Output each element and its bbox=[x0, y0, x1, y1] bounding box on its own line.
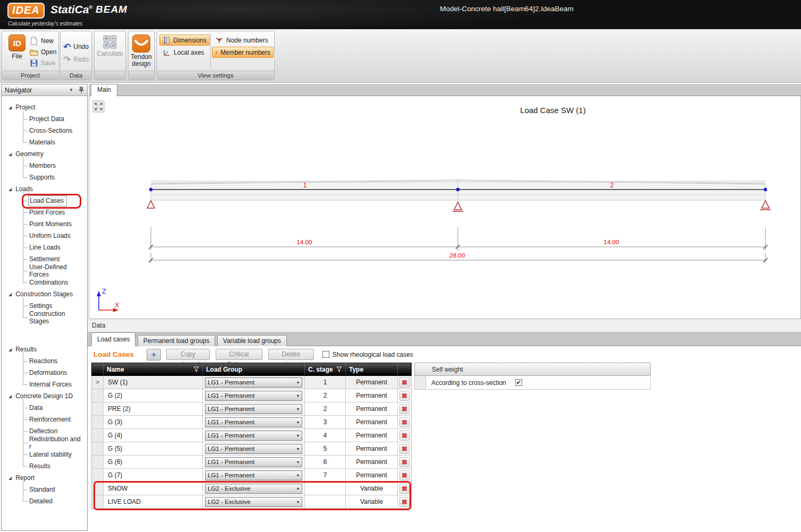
nav-section-loads[interactable]: ◢Loads bbox=[2, 183, 87, 195]
table-row-g-7[interactable]: G (7)LG1 - Permanent▾7Permanent✖ bbox=[92, 469, 411, 482]
load-group-dropdown[interactable]: LG1 - Permanent▾ bbox=[205, 470, 302, 480]
cell-c-stage[interactable]: 4 bbox=[305, 429, 346, 442]
critical-patterns-button[interactable]: Critical Patterns bbox=[216, 349, 262, 360]
nav-item-user-defined-forces[interactable]: User-Defined Forces bbox=[2, 265, 87, 277]
chevron-down-icon[interactable]: ▾ bbox=[297, 473, 299, 478]
cell-c-stage[interactable] bbox=[305, 495, 346, 508]
table-row-g-5[interactable]: G (5)LG1 - Permanent▾5Permanent✖ bbox=[92, 442, 411, 456]
cell-name[interactable]: G (6) bbox=[104, 456, 203, 468]
cell-c-stage[interactable]: 6 bbox=[305, 456, 346, 468]
load-group-dropdown[interactable]: LG1 - Permanent▾ bbox=[205, 417, 302, 427]
row-selector-cell[interactable] bbox=[92, 389, 104, 402]
row-selector-cell[interactable] bbox=[92, 469, 104, 482]
tab-variable-load-groups[interactable]: Variable load groups bbox=[217, 335, 287, 347]
dimensions-toggle[interactable]: Dimensions bbox=[159, 35, 210, 46]
cell-name[interactable]: G (5) bbox=[104, 442, 203, 455]
expander-icon[interactable]: ◢ bbox=[8, 187, 12, 192]
filter-icon[interactable] bbox=[193, 366, 199, 372]
row-selector-cell[interactable] bbox=[92, 402, 104, 415]
nav-item-reinforcement[interactable]: Reinforcement bbox=[2, 414, 87, 425]
cell-c-stage[interactable]: 7 bbox=[305, 469, 346, 482]
cell-c-stage[interactable]: 2 bbox=[305, 402, 346, 415]
nav-item-members[interactable]: Members bbox=[2, 160, 87, 171]
nav-section-concrete-design-1d[interactable]: ◢Concrete Design 1D bbox=[2, 390, 87, 402]
cell-name[interactable]: SW (1) bbox=[104, 376, 203, 389]
delete-row-button[interactable]: ✖ bbox=[399, 404, 410, 414]
row-selector-cell[interactable] bbox=[92, 429, 104, 442]
nav-item-point-forces[interactable]: Point Forces bbox=[2, 207, 87, 218]
node-numbers-toggle[interactable]: Node numbers bbox=[212, 35, 274, 46]
chevron-down-icon[interactable]: ▾ bbox=[297, 420, 299, 425]
delete-row-button[interactable]: ✖ bbox=[399, 470, 410, 480]
undo-button[interactable]: ↶ Undo bbox=[63, 40, 89, 53]
cell-c-stage[interactable]: 2 bbox=[305, 389, 346, 402]
delete-selected-button[interactable]: Delete selected bbox=[268, 349, 314, 360]
delete-row-button[interactable]: ✖ bbox=[399, 377, 410, 388]
row-selector-cell[interactable] bbox=[415, 376, 426, 389]
cell-name[interactable]: G (4) bbox=[104, 429, 203, 442]
chevron-down-icon[interactable]: ▾ bbox=[297, 433, 299, 438]
nav-section-geometry[interactable]: ◢Geometry bbox=[2, 148, 87, 160]
nav-section-report[interactable]: ◢Report bbox=[2, 472, 87, 484]
nav-item-data[interactable]: Data bbox=[2, 402, 87, 414]
delete-row-button[interactable]: ✖ bbox=[399, 417, 410, 427]
nav-item-uniform-loads[interactable]: Uniform Loads bbox=[2, 230, 87, 242]
expander-icon[interactable]: ◢ bbox=[8, 292, 12, 297]
redo-button[interactable]: ↷ Redo bbox=[63, 53, 89, 66]
beam-canvas[interactable]: Load Case SW (1) 1 2 bbox=[89, 96, 801, 319]
nav-item-reactions[interactable]: Reactions bbox=[2, 355, 87, 367]
nav-item-supports[interactable]: Supports bbox=[2, 171, 87, 183]
delete-row-button[interactable]: ✖ bbox=[399, 391, 410, 401]
header-c-stage[interactable]: C. stage bbox=[305, 363, 346, 375]
load-group-dropdown[interactable]: LG2 - Exclusive▾ bbox=[205, 497, 302, 507]
tab-permanent-load-groups[interactable]: Permanent load groups bbox=[138, 335, 216, 347]
expander-icon[interactable]: ◢ bbox=[8, 476, 12, 480]
row-selector-cell[interactable] bbox=[92, 495, 104, 508]
delete-row-button[interactable]: ✖ bbox=[399, 484, 410, 494]
expander-icon[interactable]: ◢ bbox=[8, 347, 12, 352]
load-group-dropdown[interactable]: LG1 - Permanent▾ bbox=[205, 444, 302, 454]
nav-item-cross-sections[interactable]: Cross-Sections bbox=[2, 125, 87, 136]
table-row-sw-1[interactable]: >SW (1)LG1 - Permanent▾1Permanent✖ bbox=[92, 376, 411, 389]
table-row-live-load[interactable]: LIVE LOADLG2 - Exclusive▾Variable✖ bbox=[92, 495, 411, 509]
cell-c-stage[interactable]: 3 bbox=[305, 416, 346, 428]
tendon-design-button[interactable]: Tendon design bbox=[129, 35, 154, 67]
add-load-case-button[interactable]: + bbox=[147, 349, 161, 361]
nav-item-standard[interactable]: Standard bbox=[2, 484, 87, 495]
file-button[interactable]: ID File bbox=[5, 35, 29, 60]
row-selector-cell[interactable] bbox=[92, 442, 104, 455]
table-row-pre-2[interactable]: PRE (2)LG1 - Permanent▾2Permanent✖ bbox=[92, 402, 411, 416]
nav-section-construction-stages[interactable]: ◢Construction Stages bbox=[2, 288, 87, 300]
nav-item-results[interactable]: Results bbox=[2, 460, 87, 472]
load-group-dropdown[interactable]: LG1 - Permanent▾ bbox=[205, 377, 302, 388]
delete-row-button[interactable]: ✖ bbox=[399, 444, 410, 454]
chevron-down-icon[interactable]: ▾ bbox=[297, 407, 299, 411]
chevron-down-icon[interactable]: ▼ bbox=[69, 88, 73, 92]
save-button[interactable]: Save bbox=[30, 57, 56, 68]
nav-item-internal-forces[interactable]: Internal Forces bbox=[2, 379, 87, 390]
tab-main[interactable]: Main bbox=[91, 84, 117, 96]
chevron-down-icon[interactable]: ▾ bbox=[297, 393, 299, 398]
local-axes-toggle[interactable]: Local axes bbox=[159, 47, 210, 58]
delete-row-button[interactable]: ✖ bbox=[399, 431, 410, 441]
cell-name[interactable]: PRE (2) bbox=[104, 402, 203, 415]
table-row-g-2[interactable]: G (2)LG1 - Permanent▾2Permanent✖ bbox=[92, 389, 411, 402]
table-row-g-3[interactable]: G (3)LG1 - Permanent▾3Permanent✖ bbox=[92, 416, 411, 429]
row-selector-cell[interactable] bbox=[92, 482, 104, 495]
load-group-dropdown[interactable]: LG1 - Permanent▾ bbox=[205, 431, 302, 441]
delete-row-button[interactable]: ✖ bbox=[399, 457, 410, 467]
cell-name[interactable]: G (2) bbox=[104, 389, 203, 402]
expander-icon[interactable]: ◢ bbox=[8, 152, 12, 157]
cell-c-stage[interactable]: 5 bbox=[305, 442, 346, 455]
expander-icon[interactable]: ◢ bbox=[8, 105, 12, 110]
cell-name[interactable]: LIVE LOAD bbox=[104, 495, 203, 508]
chevron-down-icon[interactable]: ▾ bbox=[297, 486, 299, 491]
new-button[interactable]: New bbox=[30, 35, 56, 46]
chevron-down-icon[interactable]: ▾ bbox=[297, 380, 299, 385]
nav-item-project-data[interactable]: Project Data bbox=[2, 113, 87, 125]
expander-icon[interactable]: ◢ bbox=[8, 394, 12, 399]
table-row-g-4[interactable]: G (4)LG1 - Permanent▾4Permanent✖ bbox=[92, 429, 411, 442]
filter-icon[interactable] bbox=[336, 366, 342, 372]
table-row-snow[interactable]: SNOWLG2 - Exclusive▾Variable✖ bbox=[92, 482, 411, 495]
open-button[interactable]: Open bbox=[30, 46, 56, 57]
